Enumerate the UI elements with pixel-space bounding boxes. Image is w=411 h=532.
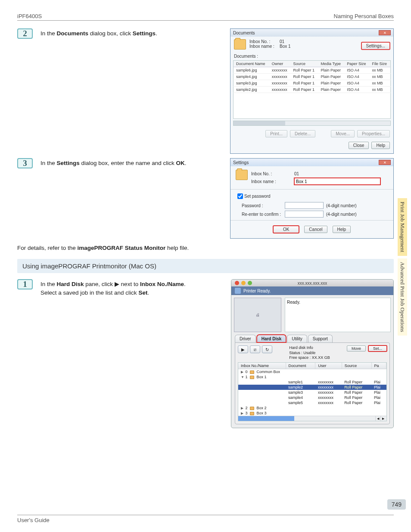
settings-inbox-no-value: 01 bbox=[294, 171, 299, 176]
inbox-no-label: Inbox No. : bbox=[249, 39, 280, 44]
list-item: sample4xxxxxxxxRoll PaperPlai bbox=[238, 395, 386, 400]
password-label: Password : bbox=[242, 203, 285, 208]
hd-info-3: Free space : XX.XX GB bbox=[289, 355, 330, 361]
help-button[interactable]: Help bbox=[333, 226, 351, 233]
hd-info-2: Status : Usable bbox=[289, 351, 330, 356]
inbox-name-input[interactable] bbox=[294, 178, 380, 185]
tab-utility[interactable]: Utility bbox=[287, 335, 307, 342]
folder-icon bbox=[250, 412, 254, 415]
folder-icon bbox=[250, 376, 254, 379]
list-item: sample1xxxxxxxxRoll PaperPlai bbox=[238, 380, 386, 385]
inbox-no-value: 01 bbox=[280, 39, 284, 44]
toolbar-btn-1[interactable]: ⎚ bbox=[250, 345, 260, 353]
table-row: sample2.jpgxxxxxxxxRoll Paper 1Plain Pap… bbox=[234, 87, 391, 93]
side-tab-advanced-print-job-ops[interactable]: Advanced Print Job Operations bbox=[398, 258, 407, 336]
tree-row: ▶ 2 Box 2 bbox=[238, 405, 386, 411]
folder-icon bbox=[236, 170, 248, 180]
close-icon[interactable]: ✕ bbox=[379, 160, 391, 165]
printer-status-icon bbox=[235, 288, 241, 294]
cancel-button[interactable]: Cancel bbox=[304, 226, 327, 233]
help-button[interactable]: Help bbox=[371, 142, 390, 149]
inbox-name-label: Inbox name : bbox=[249, 44, 280, 49]
folder-icon bbox=[250, 370, 254, 374]
job-list[interactable]: Inbox No./Name Document User Source Pa ▶… bbox=[238, 362, 387, 421]
tab-hard-disk[interactable]: Hard Disk bbox=[257, 335, 286, 342]
inbox-name-value: Box 1 bbox=[280, 44, 291, 49]
password-input[interactable] bbox=[285, 202, 324, 209]
page-number: 749 bbox=[387, 499, 406, 510]
table-row: sample3.jpgxxxxxxxxRoll Paper 1Plain Pap… bbox=[234, 80, 391, 87]
settings-dialog-title: Settings bbox=[233, 160, 249, 165]
set-password-checkbox[interactable] bbox=[237, 193, 243, 199]
documents-table[interactable]: Document NameOwnerSourceMedia TypePaper … bbox=[233, 60, 391, 119]
help-file-note: For details, refer to the imagePROGRAF S… bbox=[17, 245, 394, 251]
table-row: sample4.jpgxxxxxxxxRoll Paper 1Plain Pap… bbox=[234, 74, 391, 80]
step-3-text: In the Settings dialog box, enter the na… bbox=[40, 158, 186, 168]
header-left: iPF6400S bbox=[17, 13, 42, 19]
nav-left-icon[interactable]: ▶ bbox=[238, 345, 248, 353]
mac-window-title: xxx.xxx.xxx.xxx bbox=[231, 281, 393, 286]
move-button-mac[interactable]: Move bbox=[347, 345, 366, 352]
tree-row: ▼ 1 Box 1 bbox=[238, 374, 386, 380]
ok-button[interactable]: OK bbox=[273, 226, 299, 233]
list-item: sample5xxxxxxxxRoll PaperPlai bbox=[238, 400, 386, 405]
tab-support[interactable]: Support bbox=[308, 335, 333, 342]
close-icon[interactable]: ✕ bbox=[379, 30, 391, 35]
header-right: Naming Personal Boxes bbox=[334, 13, 394, 19]
tab-driver[interactable]: Driver bbox=[235, 335, 256, 342]
password-hint: (4-digit number) bbox=[326, 203, 357, 208]
printer-status-text: Printer Ready. bbox=[243, 289, 271, 293]
printmonitor-window: xxx.xxx.xxx.xxx Printer Ready. 🖨 Ready. … bbox=[231, 279, 394, 428]
horizontal-scrollbar[interactable] bbox=[233, 121, 391, 126]
set-password-label: Set password bbox=[244, 194, 271, 199]
list-item-selected: sample2xxxxxxxxRoll PaperPlai bbox=[238, 385, 386, 390]
settings-button[interactable]: Settings... bbox=[361, 42, 390, 50]
step-2-badge: 2 bbox=[17, 28, 33, 39]
horizontal-scrollbar[interactable]: ◀▶ bbox=[238, 416, 386, 421]
section-header-mac: Using imagePROGRAF Printmonitor (Mac OS) bbox=[17, 259, 394, 273]
tree-row: ▶ 3 Box 3 bbox=[238, 411, 386, 416]
set-button[interactable]: Set... bbox=[368, 345, 387, 352]
documents-dialog: Documents ✕ Inbox No. :01 Inbox name :Bo… bbox=[230, 28, 394, 154]
table-row: sample6.jpgxxxxxxxxRoll Paper 1Plain Pap… bbox=[234, 67, 391, 74]
confirm-hint: (4-digit number) bbox=[326, 212, 357, 217]
hd-info-1: Hard disk Info bbox=[289, 345, 330, 351]
ready-box: Ready. bbox=[285, 298, 391, 332]
printer-image: 🖨 bbox=[234, 298, 281, 332]
properties-button[interactable]: Properties... bbox=[357, 130, 390, 137]
step-3-badge: 3 bbox=[17, 158, 33, 168]
settings-dialog: Settings ✕ Inbox No. :01 Inbox name : bbox=[230, 158, 394, 239]
documents-dialog-title: Documents bbox=[233, 31, 255, 35]
refresh-icon[interactable]: ↻ bbox=[262, 345, 272, 353]
step-1-badge: 1 bbox=[17, 279, 33, 289]
tree-row: ▶ 0 Common Box bbox=[238, 369, 386, 375]
confirm-input[interactable] bbox=[285, 211, 324, 218]
side-tab-print-job-mgmt[interactable]: Print Job Management bbox=[398, 198, 407, 256]
documents-section-label: Documents : bbox=[230, 54, 393, 59]
folder-icon bbox=[234, 39, 246, 50]
footer: User's Guide bbox=[17, 515, 394, 523]
confirm-label: Re-enter to confirm : bbox=[242, 212, 285, 217]
folder-icon bbox=[250, 407, 254, 410]
step-1-text: In the Hard Disk pane, click ▶ next to I… bbox=[40, 279, 200, 297]
move-button[interactable]: Move... bbox=[331, 130, 355, 137]
close-button[interactable]: Close bbox=[349, 142, 369, 149]
settings-inbox-no-label: Inbox No. : bbox=[251, 171, 294, 176]
settings-inbox-name-label: Inbox name : bbox=[251, 179, 294, 184]
step-2-text: In the Documents dialog box, click Setti… bbox=[40, 28, 157, 38]
print-button[interactable]: Print... bbox=[265, 130, 287, 137]
list-item: sample3xxxxxxxxRoll PaperPlai bbox=[238, 390, 386, 395]
delete-button[interactable]: Delete... bbox=[290, 130, 315, 137]
